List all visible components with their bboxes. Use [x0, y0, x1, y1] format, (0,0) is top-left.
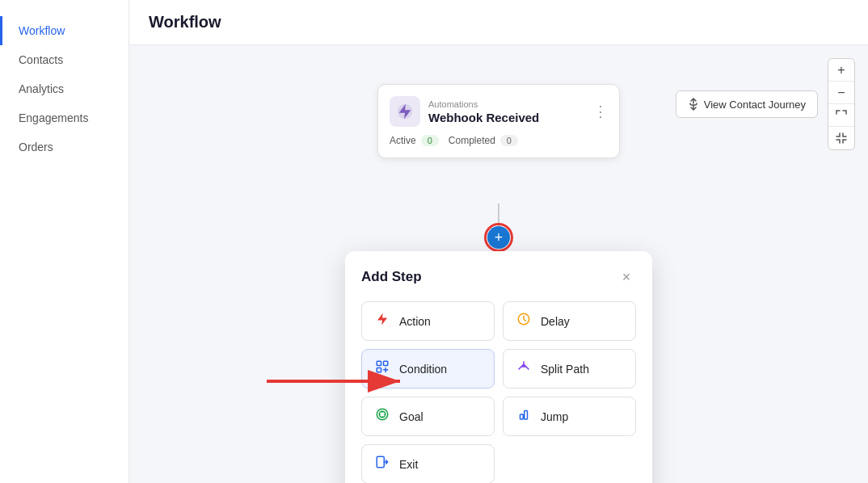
page-header: Workflow	[129, 0, 868, 45]
red-arrow-indicator	[259, 365, 420, 401]
goal-label: Goal	[399, 410, 423, 423]
svg-rect-8	[525, 411, 528, 420]
step-exit-button[interactable]: Exit	[361, 444, 495, 483]
sidebar-item-workflow[interactable]: Workflow	[0, 16, 129, 45]
completed-stat: Completed 0	[449, 135, 518, 146]
node-icon	[390, 96, 420, 127]
expand-icon	[836, 110, 847, 121]
exit-icon	[373, 455, 391, 473]
svg-rect-9	[377, 456, 384, 468]
sidebar-item-orders[interactable]: Orders	[0, 132, 129, 162]
node-menu-button[interactable]: ⋮	[593, 103, 608, 120]
jump-label: Jump	[541, 410, 568, 423]
svg-rect-7	[520, 414, 524, 419]
sidebar-item-contacts[interactable]: Contacts	[0, 45, 129, 74]
step-action-button[interactable]: Action	[361, 301, 495, 341]
sidebar: Workflow Contacts Analytics Engagements …	[0, 0, 129, 483]
expand-button[interactable]	[828, 104, 854, 127]
workflow-node: Automations Webhook Received ⋮ Active 0 …	[377, 84, 620, 158]
active-stat: Active 0	[390, 135, 439, 146]
dialog-title: Add Step	[361, 269, 422, 285]
zoom-controls: + −	[828, 58, 855, 150]
completed-badge: 0	[500, 135, 518, 146]
collapse-button[interactable]	[828, 127, 854, 149]
step-jump-button[interactable]: Jump	[503, 397, 636, 436]
dialog-close-button[interactable]: ×	[617, 267, 636, 287]
workflow-canvas[interactable]: View Contact Journey + −	[129, 45, 868, 483]
delay-label: Delay	[541, 315, 570, 328]
fork-icon	[688, 98, 699, 111]
top-controls: View Contact Journey + −	[676, 58, 855, 150]
add-step-button[interactable]: +	[487, 226, 510, 249]
node-label: Automations	[428, 99, 585, 109]
node-title: Webhook Received	[428, 111, 585, 124]
jump-icon	[515, 407, 533, 426]
zoom-in-button[interactable]: +	[828, 59, 854, 82]
goal-icon	[373, 407, 391, 426]
active-badge: 0	[421, 135, 439, 146]
collapse-icon	[836, 132, 847, 144]
step-goal-button[interactable]: Goal	[361, 397, 495, 436]
main-content: Workflow View Contact Journey + −	[129, 0, 868, 483]
action-icon	[373, 312, 391, 330]
add-step-trigger[interactable]: +	[484, 223, 513, 252]
sidebar-item-engagements[interactable]: Engagements	[0, 103, 129, 132]
step-split-path-button[interactable]: Split Path	[503, 349, 636, 388]
split-path-icon	[515, 359, 533, 378]
page-title: Workflow	[149, 13, 221, 32]
zoom-out-button[interactable]: −	[828, 82, 854, 104]
step-delay-button[interactable]: Delay	[503, 301, 636, 341]
split-path-label: Split Path	[541, 363, 589, 376]
action-label: Action	[399, 315, 431, 328]
svg-point-5	[377, 409, 388, 420]
view-contact-journey-button[interactable]: View Contact Journey	[676, 90, 818, 118]
delay-icon	[515, 312, 533, 330]
exit-label: Exit	[399, 458, 418, 471]
sidebar-item-analytics[interactable]: Analytics	[0, 74, 129, 103]
